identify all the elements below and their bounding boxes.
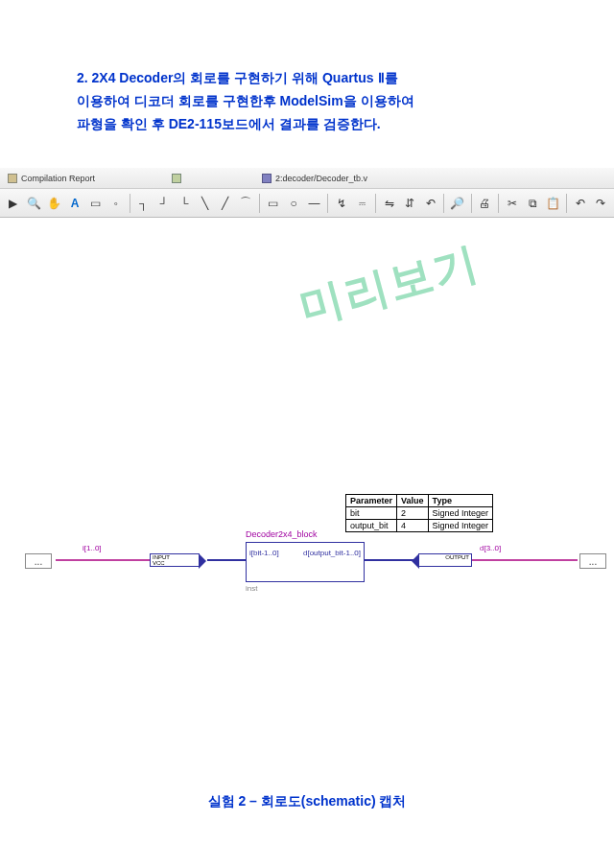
undo-button[interactable]: ↶ bbox=[571, 193, 589, 214]
bus-wire bbox=[207, 559, 246, 561]
bus-stub-right[interactable]: ... bbox=[579, 553, 606, 569]
param-value: 4 bbox=[397, 520, 429, 532]
arc-tool[interactable]: ⌒ bbox=[237, 193, 255, 214]
heading-line-1: 2. 2X4 Decoder의 회로를 구현하기 위해 Quartus Ⅱ를 bbox=[77, 67, 556, 90]
tab-testbench[interactable]: 2:decoder/Decoder_tb.v bbox=[262, 174, 367, 183]
quartus-window: Compilation Report 2:decoder/Decoder_tb.… bbox=[0, 168, 614, 705]
table-row: bit 2 Signed Integer bbox=[346, 507, 493, 520]
input-port-sub: VCC bbox=[153, 560, 199, 566]
paste-button[interactable]: 📋 bbox=[544, 193, 562, 214]
toolbar-separator bbox=[498, 194, 499, 213]
tab-schematic[interactable] bbox=[172, 174, 185, 183]
heading-line-3: 파형을 확인 후 DE2-115보드에서 결과를 검증한다. bbox=[77, 113, 556, 136]
print-button[interactable]: 🖨 bbox=[476, 193, 494, 214]
zoom-tool[interactable]: 🔍 bbox=[24, 193, 42, 214]
toolbar-separator bbox=[471, 194, 472, 213]
param-name: output_bit bbox=[346, 520, 397, 532]
copy-button[interactable]: ⧉ bbox=[523, 193, 541, 214]
orthogonal-bus-tool[interactable]: ┘ bbox=[154, 193, 173, 214]
param-type: Signed Integer bbox=[428, 520, 493, 532]
line-tool[interactable]: ― bbox=[305, 193, 323, 214]
block-output-pin: d[output_bit-1..0] bbox=[303, 549, 361, 557]
diagonal-node-tool[interactable]: ╲ bbox=[196, 193, 214, 214]
pointer-tool[interactable]: ▶ bbox=[4, 193, 22, 214]
block-input-pin: i[bit-1..0] bbox=[249, 549, 279, 557]
tab-bar: Compilation Report 2:decoder/Decoder_tb.… bbox=[0, 168, 614, 189]
bus-wire bbox=[56, 559, 150, 561]
tab-label: 2:decoder/Decoder_tb.v bbox=[275, 174, 367, 183]
flip-horizontal[interactable]: ⇋ bbox=[380, 193, 398, 214]
toolbar-separator bbox=[566, 194, 567, 213]
input-signal-label: i[1..0] bbox=[83, 544, 102, 552]
tab-compilation-report[interactable]: Compilation Report bbox=[8, 174, 95, 183]
toolbar-separator bbox=[375, 194, 376, 213]
partial-line-tool[interactable]: ⎓ bbox=[353, 193, 371, 214]
cut-button[interactable]: ✂ bbox=[503, 193, 521, 214]
diagonal-bus-tool[interactable]: ╱ bbox=[216, 193, 234, 214]
orthogonal-node-tool[interactable]: ┐ bbox=[134, 193, 153, 214]
schematic-canvas[interactable]: 미리보기 Parameter Value Type bit 2 Signed I… bbox=[0, 218, 614, 705]
toolbar-separator bbox=[443, 194, 444, 213]
decoder-block[interactable]: i[bit-1..0] d[output_bit-1..0] bbox=[246, 542, 365, 582]
figure-caption: 실험 2 – 회로도(schematic) 캡처 bbox=[0, 793, 614, 810]
param-name: bit bbox=[346, 507, 397, 520]
output-signal-label: d[3..0] bbox=[480, 544, 501, 552]
instance-label: inst bbox=[246, 584, 257, 593]
input-port[interactable]: INPUT VCC bbox=[150, 553, 200, 567]
block-type-label: Decoder2x4_block bbox=[246, 529, 318, 539]
bus-wire bbox=[472, 559, 578, 561]
rotate-left[interactable]: ↶ bbox=[421, 193, 439, 214]
tab-label: Compilation Report bbox=[21, 174, 95, 183]
report-icon bbox=[8, 174, 17, 183]
find-tool[interactable]: 🔎 bbox=[448, 193, 466, 214]
param-header-value: Value bbox=[397, 495, 429, 507]
schematic-toolbar: ▶ 🔍 ✋ A ▭ ◦ ┐ ┘ └ ╲ ╱ ⌒ ▭ ○ ― ↯ ⎓ ⇋ ⇵ ↶ … bbox=[0, 189, 614, 218]
toolbar-separator bbox=[130, 194, 130, 213]
bus-wire bbox=[365, 559, 418, 561]
param-value: 2 bbox=[397, 507, 429, 520]
param-header-parameter: Parameter bbox=[346, 495, 397, 507]
output-port-label: OUTPUT bbox=[419, 554, 469, 560]
rectangle-tool[interactable]: ▭ bbox=[264, 193, 282, 214]
toolbar-separator bbox=[327, 194, 328, 213]
flip-vertical[interactable]: ⇵ bbox=[400, 193, 418, 214]
rubberband-tool[interactable]: ↯ bbox=[332, 193, 350, 214]
toolbar-separator bbox=[259, 194, 260, 213]
text-tool[interactable]: A bbox=[65, 193, 83, 214]
symbol-tool[interactable]: ▭ bbox=[86, 193, 105, 214]
oval-tool[interactable]: ○ bbox=[284, 193, 302, 214]
schematic-icon bbox=[172, 174, 181, 183]
param-type: Signed Integer bbox=[428, 507, 493, 520]
watermark-text: 미리보기 bbox=[293, 233, 486, 339]
file-icon bbox=[262, 174, 272, 183]
table-row: output_bit 4 Signed Integer bbox=[346, 520, 493, 532]
hand-tool[interactable]: ✋ bbox=[45, 193, 63, 214]
redo-button[interactable]: ↷ bbox=[592, 193, 610, 214]
orthogonal-conduit-tool[interactable]: └ bbox=[175, 193, 193, 214]
document-heading: 2. 2X4 Decoder의 회로를 구현하기 위해 Quartus Ⅱ를 이… bbox=[77, 67, 556, 135]
parameter-table: Parameter Value Type bit 2 Signed Intege… bbox=[345, 494, 493, 532]
bus-stub-left[interactable]: ... bbox=[25, 553, 52, 569]
param-header-type: Type bbox=[428, 495, 493, 507]
heading-line-2: 이용하여 디코더 회로를 구현한후 ModelSim을 이용하여 bbox=[77, 90, 556, 113]
pin-tool[interactable]: ◦ bbox=[106, 193, 125, 214]
output-port[interactable]: OUTPUT bbox=[418, 553, 472, 567]
